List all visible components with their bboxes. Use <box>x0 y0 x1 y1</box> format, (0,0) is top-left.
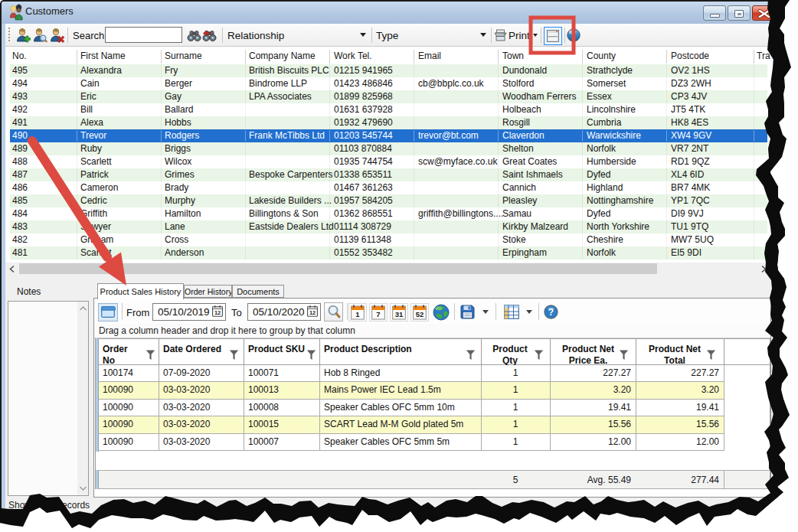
svg-text:7: 7 <box>376 310 380 318</box>
svg-text:?: ? <box>548 307 554 318</box>
svg-text:12: 12 <box>309 309 316 316</box>
svg-text:31: 31 <box>395 310 404 318</box>
svg-text:52: 52 <box>416 310 424 318</box>
svg-text:1: 1 <box>355 310 360 318</box>
svg-text:12: 12 <box>214 309 221 316</box>
